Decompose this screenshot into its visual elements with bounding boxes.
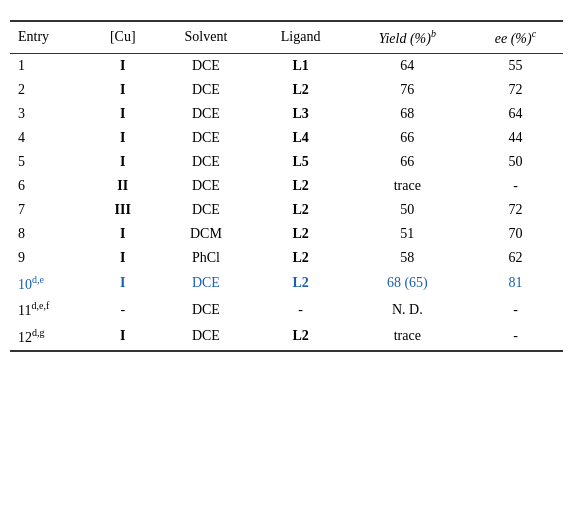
cell-cu: III — [88, 198, 157, 222]
cell-yield: 76 — [347, 78, 468, 102]
cell-ligand: - — [255, 296, 347, 323]
table-row: 8IDCML25170 — [10, 222, 563, 246]
cell-cu: I — [88, 246, 157, 270]
cell-entry: 1 — [10, 53, 88, 78]
col-header-yield: Yield (%)b — [347, 21, 468, 53]
cell-solvent: DCE — [157, 150, 254, 174]
cell-solvent: DCE — [157, 323, 254, 351]
table-row: 11d,e,f-DCE-N. D.- — [10, 296, 563, 323]
cell-yield: trace — [347, 174, 468, 198]
cell-solvent: DCE — [157, 53, 254, 78]
cell-entry: 4 — [10, 126, 88, 150]
cell-cu: II — [88, 174, 157, 198]
cell-entry: 9 — [10, 246, 88, 270]
table-row: 4IDCEL46644 — [10, 126, 563, 150]
cell-entry: 6 — [10, 174, 88, 198]
col-header-cu: [Cu] — [88, 21, 157, 53]
cell-solvent: DCE — [157, 198, 254, 222]
cell-ligand: L2 — [255, 222, 347, 246]
cell-ee: 72 — [468, 78, 563, 102]
cell-ligand: L1 — [255, 53, 347, 78]
cell-ee: 44 — [468, 126, 563, 150]
cell-ee: 50 — [468, 150, 563, 174]
table-row: 2IDCEL27672 — [10, 78, 563, 102]
cell-ee: - — [468, 174, 563, 198]
table-row: 1IDCEL16455 — [10, 53, 563, 78]
table-row: 9IPhClL25862 — [10, 246, 563, 270]
cell-yield: 58 — [347, 246, 468, 270]
cell-entry: 11d,e,f — [10, 296, 88, 323]
cell-ee: - — [468, 296, 563, 323]
cell-solvent: DCE — [157, 78, 254, 102]
cell-solvent: DCE — [157, 174, 254, 198]
cell-solvent: PhCl — [157, 246, 254, 270]
cell-cu: - — [88, 296, 157, 323]
cell-ee: 64 — [468, 102, 563, 126]
cell-entry: 7 — [10, 198, 88, 222]
cell-solvent: DCE — [157, 126, 254, 150]
cell-solvent: DCM — [157, 222, 254, 246]
table-row: 10d,eIDCEL268 (65)81 — [10, 270, 563, 297]
cell-ee: 62 — [468, 246, 563, 270]
col-header-ee: ee (%)c — [468, 21, 563, 53]
cell-entry: 2 — [10, 78, 88, 102]
cell-ee: 81 — [468, 270, 563, 297]
cell-yield: N. D. — [347, 296, 468, 323]
cell-ee: 72 — [468, 198, 563, 222]
cell-yield: trace — [347, 323, 468, 351]
table-row: 7IIIDCEL25072 — [10, 198, 563, 222]
cell-solvent: DCE — [157, 296, 254, 323]
cell-cu: I — [88, 270, 157, 297]
table-row: 6IIDCEL2trace- — [10, 174, 563, 198]
cell-ligand: L2 — [255, 198, 347, 222]
cell-yield: 66 — [347, 150, 468, 174]
cell-ligand: L4 — [255, 126, 347, 150]
cell-entry: 12d,g — [10, 323, 88, 351]
col-header-ligand: Ligand — [255, 21, 347, 53]
cell-ligand: L5 — [255, 150, 347, 174]
cell-yield: 68 — [347, 102, 468, 126]
table-header-row: Entry [Cu] Solvent Ligand Yield (%)b ee … — [10, 21, 563, 53]
cell-cu: I — [88, 222, 157, 246]
table-row: 3IDCEL36864 — [10, 102, 563, 126]
cell-cu: I — [88, 150, 157, 174]
cell-ligand: L2 — [255, 246, 347, 270]
cell-yield: 50 — [347, 198, 468, 222]
cell-yield: 68 (65) — [347, 270, 468, 297]
cell-yield: 64 — [347, 53, 468, 78]
cell-cu: I — [88, 126, 157, 150]
cell-cu: I — [88, 323, 157, 351]
cell-solvent: DCE — [157, 270, 254, 297]
cell-solvent: DCE — [157, 102, 254, 126]
data-table: Entry [Cu] Solvent Ligand Yield (%)b ee … — [10, 20, 563, 352]
cell-ligand: L2 — [255, 78, 347, 102]
cell-entry: 3 — [10, 102, 88, 126]
table-container: Entry [Cu] Solvent Ligand Yield (%)b ee … — [10, 20, 563, 352]
cell-entry: 5 — [10, 150, 88, 174]
cell-ee: 70 — [468, 222, 563, 246]
cell-cu: I — [88, 78, 157, 102]
cell-ligand: L2 — [255, 323, 347, 351]
cell-ee: 55 — [468, 53, 563, 78]
cell-cu: I — [88, 102, 157, 126]
cell-ligand: L2 — [255, 174, 347, 198]
cell-ligand: L3 — [255, 102, 347, 126]
cell-yield: 51 — [347, 222, 468, 246]
cell-yield: 66 — [347, 126, 468, 150]
cell-cu: I — [88, 53, 157, 78]
cell-entry: 8 — [10, 222, 88, 246]
cell-ligand: L2 — [255, 270, 347, 297]
col-header-entry: Entry — [10, 21, 88, 53]
col-header-solvent: Solvent — [157, 21, 254, 53]
cell-entry: 10d,e — [10, 270, 88, 297]
cell-ee: - — [468, 323, 563, 351]
table-row: 12d,gIDCEL2trace- — [10, 323, 563, 351]
table-row: 5IDCEL56650 — [10, 150, 563, 174]
